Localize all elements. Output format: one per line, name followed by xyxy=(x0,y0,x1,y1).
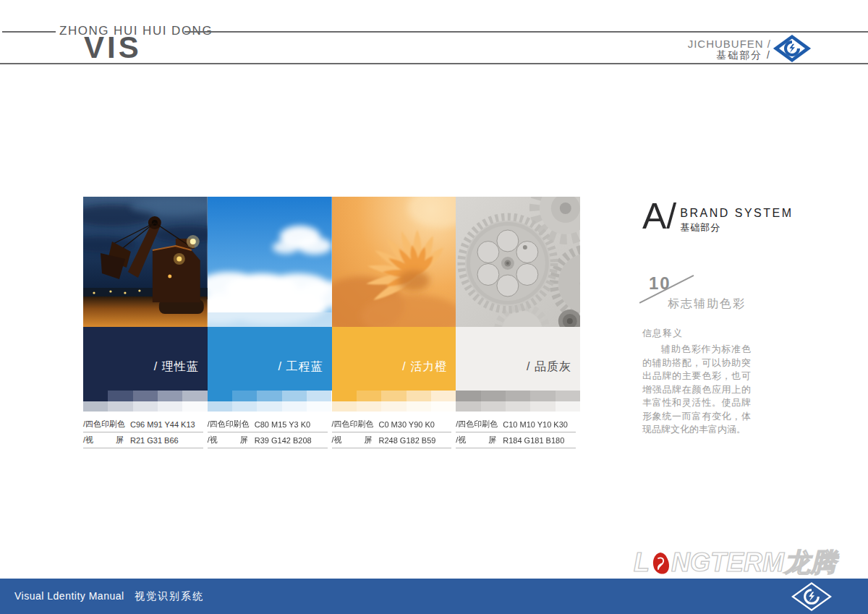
tint-swatch xyxy=(431,401,456,412)
tint-row xyxy=(208,401,332,412)
photo-metal-gears xyxy=(456,197,580,327)
photo-orange-flower xyxy=(332,197,456,327)
cmyk-label: /四色印刷色 xyxy=(456,419,498,430)
rgb-value: R39 G142 B208 xyxy=(255,436,312,445)
cmyk-spec-row: /四色印刷色 C80 M15 Y3 K0 xyxy=(208,417,328,432)
info-definition-title: 信息释义 xyxy=(642,327,683,340)
tint-swatch xyxy=(506,401,530,412)
color-specs: /四色印刷色 C96 M91 Y44 K13 /视 屏 R21 G31 B66 xyxy=(83,417,203,448)
tint-swatch xyxy=(456,391,480,401)
rgb-spec-row: /视 屏 R39 G142 B208 xyxy=(208,432,328,448)
header-rule-left xyxy=(2,31,56,33)
color-name-label: / 理性蓝 xyxy=(154,359,199,375)
company-logo-icon xyxy=(773,33,812,64)
cmyk-spec-row: /四色印刷色 C0 M30 Y90 K0 xyxy=(332,417,452,432)
color-specs: /四色印刷色 C10 M10 Y10 K30 /视 屏 R184 G181 B1… xyxy=(456,417,576,448)
color-block: / 品质灰 xyxy=(456,327,580,391)
tint-swatch xyxy=(83,401,108,412)
tint-swatch xyxy=(431,391,456,401)
tint-swatch xyxy=(556,401,580,412)
screen-label-right: 屏 xyxy=(365,435,373,445)
tint-row xyxy=(456,401,580,412)
tint-swatch xyxy=(158,391,182,401)
section-letter: A/ xyxy=(642,198,676,234)
photo-night-excavator xyxy=(83,197,208,327)
photo-blue-sky-clouds xyxy=(208,197,332,327)
cmyk-spec-row: /四色印刷色 C10 M10 Y10 K30 xyxy=(456,417,576,432)
tint-row xyxy=(83,391,208,401)
footer-logo-icon xyxy=(791,581,832,613)
color-panel-vitality-orange: / 活力橙 /四色印刷色 C0 M30 Y90 K0 /视 屏 R248 G18… xyxy=(332,197,456,448)
tint-swatch xyxy=(506,391,530,401)
screen-label-left: /视 xyxy=(456,435,466,445)
tint-swatch xyxy=(282,391,307,401)
tint-swatch xyxy=(182,391,207,401)
screen-label-right: 屏 xyxy=(240,435,248,445)
tint-swatch xyxy=(530,401,555,412)
watermark-text-l: L xyxy=(634,548,650,577)
watermark-text-cn: 龙腾 xyxy=(784,548,836,577)
tint-swatch xyxy=(182,401,207,412)
cmyk-value: C96 M91 Y44 K13 xyxy=(130,420,195,429)
tint-swatch xyxy=(83,391,108,401)
section-name-cn: 基础部分 / xyxy=(716,49,771,62)
tint-swatch xyxy=(332,391,357,401)
tint-swatch xyxy=(208,401,232,412)
color-specs: /四色印刷色 C0 M30 Y90 K0 /视 屏 R248 G182 B59 xyxy=(332,417,452,448)
cmyk-value: C80 M15 Y3 K0 xyxy=(255,420,310,429)
screen-label-right: 屏 xyxy=(116,435,124,445)
auxiliary-color-panels: / 理性蓝 /四色印刷色 C96 M91 Y44 K13 /视 屏 R21 G3… xyxy=(83,197,580,448)
tint-row xyxy=(83,401,208,412)
footer-bar: Visual Ldentity Manual 视觉识别系统 xyxy=(0,579,868,614)
tint-swatch xyxy=(208,391,232,401)
cmyk-value: C0 M30 Y90 K0 xyxy=(379,420,435,429)
cmyk-label: /四色印刷色 xyxy=(332,419,374,430)
tint-swatch xyxy=(332,401,357,412)
screen-label-left: /视 xyxy=(208,435,218,445)
tint-swatch xyxy=(357,401,381,412)
color-name-label: / 活力橙 xyxy=(402,359,447,375)
tint-row xyxy=(332,391,456,401)
tint-swatch xyxy=(257,391,281,401)
screen-label-right: 屏 xyxy=(488,435,496,445)
tint-swatch xyxy=(481,391,506,401)
color-block: / 活力橙 xyxy=(332,327,456,391)
rgb-spec-row: /视 屏 R184 G181 B180 xyxy=(456,432,576,448)
tint-swatch xyxy=(257,401,281,412)
tint-swatch xyxy=(456,401,480,412)
tint-swatch xyxy=(530,391,555,401)
langterm-seal-icon xyxy=(650,551,671,576)
page-number: 10 xyxy=(649,273,671,294)
color-panel-quality-gray: / 品质灰 /四色印刷色 C10 M10 Y10 K30 /视 屏 R184 G… xyxy=(456,197,580,448)
tint-swatch xyxy=(307,391,331,401)
watermark-text-rest: NGTERM xyxy=(671,548,784,577)
info-definition-body: 辅助色彩作为标准色的辅助搭配，可以协助突出品牌的主要色彩，也可增强品牌在颜色应用… xyxy=(642,343,751,437)
page-title: 标志辅助色彩 xyxy=(668,297,746,312)
screen-label-left: /视 xyxy=(83,435,93,445)
color-block: / 理性蓝 xyxy=(83,327,208,391)
footer-caption: Visual Ldentity Manual 视觉识别系统 xyxy=(14,590,204,603)
section-name-en: JICHUBUFEN / xyxy=(688,38,771,50)
tint-swatch xyxy=(407,401,431,412)
brand-system-en: BRAND SYSTEM xyxy=(680,207,793,220)
tint-swatch xyxy=(407,391,431,401)
color-name-label: / 工程蓝 xyxy=(278,359,323,375)
brand-system-cn: 基础部分 xyxy=(680,221,793,234)
rgb-value: R21 G31 B66 xyxy=(130,436,179,445)
color-name-label: / 品质灰 xyxy=(527,359,571,375)
footer-caption-cn: 视觉识别系统 xyxy=(135,590,204,602)
rgb-spec-row: /视 屏 R248 G182 B59 xyxy=(332,432,452,448)
tint-swatch xyxy=(232,391,257,401)
tint-swatch xyxy=(357,391,381,401)
cmyk-value: C10 M10 Y10 K30 xyxy=(503,420,568,429)
langterm-watermark: L NGTERM 龙腾 xyxy=(634,548,836,577)
cmyk-label: /四色印刷色 xyxy=(208,419,250,430)
tint-swatch xyxy=(133,401,158,412)
color-block: / 工程蓝 xyxy=(208,327,332,391)
footer-caption-en: Visual Ldentity Manual xyxy=(14,590,124,602)
cmyk-label: /四色印刷色 xyxy=(83,419,125,430)
color-panel-rational-blue: / 理性蓝 /四色印刷色 C96 M91 Y44 K13 /视 屏 R21 G3… xyxy=(83,197,208,448)
header-rule-bottom xyxy=(0,63,868,64)
header-rule-right xyxy=(184,31,868,33)
tint-swatch xyxy=(133,391,158,401)
